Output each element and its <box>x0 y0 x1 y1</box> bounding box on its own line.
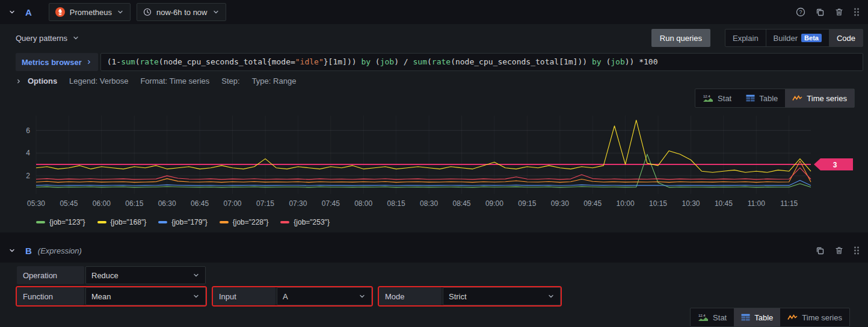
table-icon <box>746 95 755 102</box>
datasource-name: Prometheus <box>70 8 112 17</box>
series-line <box>36 154 811 187</box>
viz-option-table[interactable]: Table <box>739 89 785 107</box>
viz-option-timeseries[interactable]: Time series <box>785 89 854 107</box>
expression-row: Metrics browser (1-sum(rate(node_cpu_sec… <box>16 53 863 71</box>
legend-series-mark <box>36 221 45 223</box>
viz-option-stat[interactable]: 12.4 Stat <box>691 308 734 326</box>
mode-select[interactable]: Strict <box>443 287 561 305</box>
query-a-header: A Prometheus now-6h to now ? <box>0 0 868 24</box>
expression-token: sum <box>413 57 427 66</box>
chevron-down-icon <box>192 293 200 300</box>
query-b-actions <box>815 246 860 255</box>
options-legend-summary: Legend: Verbose <box>69 76 128 86</box>
legend-series-mark <box>220 221 229 223</box>
svg-text:09:30: 09:30 <box>551 199 569 208</box>
expression-token: rate <box>140 57 159 66</box>
svg-text:09:15: 09:15 <box>518 199 536 208</box>
input-field-highlighted: Input A <box>212 286 373 307</box>
viz-option-table[interactable]: Table <box>734 308 780 326</box>
drag-handle-icon[interactable] <box>854 246 860 255</box>
help-icon[interactable]: ? <box>796 7 805 17</box>
query-patterns-dropdown[interactable]: Query patterns <box>16 34 79 43</box>
timeseries-icon <box>792 95 802 102</box>
duplicate-query-icon[interactable] <box>815 7 825 17</box>
expression-token: ( <box>135 57 140 66</box>
expression-token: sum <box>121 57 135 66</box>
duplicate-query-icon[interactable] <box>815 246 825 255</box>
query-a-section: A Prometheus now-6h to now ? <box>0 0 868 232</box>
timeseries-chart: 05:3005:4506:0006:1506:3006:4507:0007:15… <box>14 110 855 217</box>
legend-series-label: {job="123"} <box>49 218 85 226</box>
expression-token: (node_cpu_seconds_total{mode= <box>159 57 295 66</box>
query-toolbar: Query patterns Run queries Explain Build… <box>16 29 863 47</box>
svg-text:10:15: 10:15 <box>649 199 667 208</box>
viz-option-stat-label: Stat <box>718 94 731 103</box>
svg-text:07:30: 07:30 <box>289 199 307 208</box>
options-type-summary: Type: Range <box>252 76 297 86</box>
svg-text:10:45: 10:45 <box>715 199 733 208</box>
operation-select[interactable]: Reduce <box>85 266 206 284</box>
expression-token: (1- <box>107 57 121 66</box>
legend-item[interactable]: {job="168"} <box>97 218 147 226</box>
mode-code[interactable]: Code <box>829 30 863 46</box>
svg-text:07:15: 07:15 <box>256 199 274 208</box>
viz-option-timeseries[interactable]: Time series <box>780 308 849 326</box>
svg-text:10:00: 10:00 <box>617 199 635 208</box>
function-select[interactable]: Mean <box>85 287 206 305</box>
collapse-chevron-icon[interactable] <box>8 247 16 254</box>
chevron-down-icon <box>192 272 200 279</box>
function-value: Mean <box>91 292 111 301</box>
input-select[interactable]: A <box>277 287 372 305</box>
collapse-chevron-icon[interactable] <box>8 8 16 16</box>
chevron-right-icon <box>86 59 92 65</box>
mode-explain[interactable]: Explain <box>725 30 766 46</box>
viz-option-stat[interactable]: 12.4 Stat <box>695 89 739 107</box>
legend-item[interactable]: {job="228"} <box>220 218 269 226</box>
legend-item[interactable]: {job="123"} <box>36 218 85 226</box>
svg-text:06:45: 06:45 <box>191 199 209 208</box>
svg-text:4: 4 <box>26 149 30 157</box>
options-toggle[interactable]: Options <box>16 76 57 86</box>
expression-token: "idle" <box>295 57 324 66</box>
drag-handle-icon[interactable] <box>854 7 860 17</box>
query-ref-a[interactable]: A <box>25 7 32 17</box>
svg-text:05:30: 05:30 <box>27 199 45 208</box>
expression-token: by <box>592 57 602 66</box>
svg-text:08:45: 08:45 <box>452 199 470 208</box>
query-options-row: Options Legend: Verbose Format: Time ser… <box>16 76 863 86</box>
operation-value: Reduce <box>91 271 119 280</box>
svg-text:6: 6 <box>26 126 30 135</box>
operation-field: Operation Reduce <box>16 265 207 285</box>
delete-query-icon[interactable] <box>834 246 844 255</box>
legend-series-mark <box>280 221 289 223</box>
legend-item[interactable]: {job="179"} <box>158 218 208 226</box>
delete-query-icon[interactable] <box>834 7 844 17</box>
viz-toggle-a: 12.4 Stat Table Time series <box>695 89 855 108</box>
query-b-header: B (Expression) <box>0 238 868 263</box>
mode-builder[interactable]: Builder Beta <box>766 30 829 46</box>
threshold-badge-value: 3 <box>833 161 837 169</box>
legend-item[interactable]: {job="253"} <box>280 218 330 226</box>
svg-text:08:15: 08:15 <box>387 199 405 208</box>
options-label: Options <box>28 76 57 86</box>
viz-toggle-row-a: 12.4 Stat Table Time series <box>0 89 855 108</box>
query-expression-input[interactable]: (1-sum(rate(node_cpu_seconds_total{mode=… <box>100 53 863 71</box>
function-field-highlighted: Function Mean <box>16 286 207 307</box>
chart-legend: {job="123"}{job="168"}{job="179"}{job="2… <box>36 218 868 226</box>
time-range-picker[interactable]: now-6h to now <box>137 3 226 21</box>
query-ref-b[interactable]: B <box>25 246 32 256</box>
metrics-browser-button[interactable]: Metrics browser <box>16 53 98 71</box>
input-label: Input <box>213 287 275 305</box>
viz-option-timeseries-label: Time series <box>807 94 847 103</box>
chevron-down-icon <box>359 293 366 300</box>
svg-text:?: ? <box>799 9 802 15</box>
legend-series-mark <box>97 221 106 223</box>
datasource-picker[interactable]: Prometheus <box>49 3 131 21</box>
svg-text:12.4: 12.4 <box>698 314 706 317</box>
mode-field-highlighted: Mode Strict <box>378 286 562 307</box>
svg-text:10:30: 10:30 <box>682 199 700 208</box>
svg-text:08:00: 08:00 <box>354 199 372 208</box>
series-line <box>36 180 811 185</box>
query-b-section: B (Expression) Operation Reduce <box>0 238 868 327</box>
run-queries-button[interactable]: Run queries <box>651 29 710 47</box>
